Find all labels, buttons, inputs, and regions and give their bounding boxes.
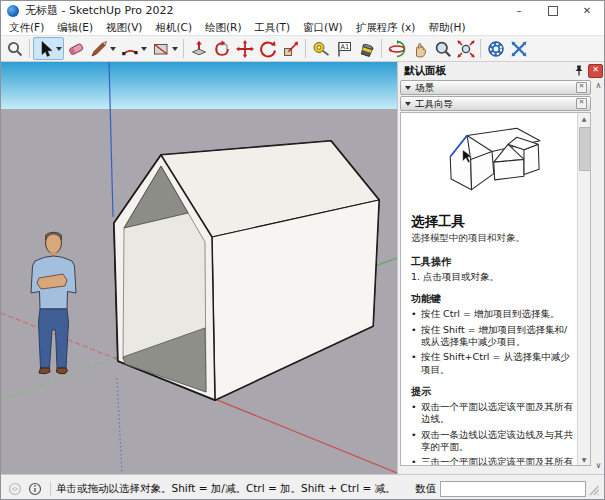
measurement-input[interactable] [440,481,586,497]
modifier-item: •按住 Ctrl = 增加项目到选择集。 [411,308,573,320]
pin-icon[interactable] [572,64,585,77]
menu-view[interactable]: 视图(V) [106,21,142,35]
move-tool[interactable] [233,37,256,60]
svg-text:A1: A1 [340,43,349,51]
pan-tool[interactable] [408,37,431,60]
tip-item: •双击一个平面以选定该平面及其所有边线。 [411,401,573,426]
modifier-item: •按住 Shift+Ctrl = 从选择集中减少项目。 [411,351,573,376]
zoom-tool[interactable] [431,37,454,60]
menubar: 文件(F) 编辑(E) 视图(V) 相机(C) 绘图(R) 工具(T) 窗口(W… [1,20,604,36]
menu-draw[interactable]: 绘图(R) [205,21,242,35]
triangle-icon [405,86,411,90]
tray-scroll-down-icon[interactable]: ∨ [596,461,602,470]
toolbar-separator [381,39,382,58]
tips-title: 提示 [411,385,573,399]
statusbar: 单击或拖动以选择对象。Shift = 加/减。Ctrl = 加。Shift + … [1,474,604,500]
measurement-label: 数值 [415,482,436,496]
menu-file[interactable]: 文件(F) [9,21,44,35]
select-tool[interactable] [33,37,64,60]
minimize-button[interactable]: – [502,1,536,20]
scale-tool[interactable] [279,37,302,60]
paint-bucket-tool[interactable] [355,37,378,60]
instructor-content: 选择工具 选择模型中的项目和对象。 工具操作 1. 点击项目或对象。 功能键 •… [401,113,577,465]
menu-edit[interactable]: 编辑(E) [57,21,93,35]
modifier-title: 功能键 [411,292,573,306]
tray-scroll-up-icon[interactable]: ∧ [596,81,602,90]
close-button[interactable]: ✕ [570,1,604,20]
resize-grip[interactable] [588,481,600,497]
eraser-tool[interactable] [64,37,87,60]
sketchup-logo-icon [7,5,19,17]
tray-header: 默认面板 ✕ [398,62,605,79]
tip-item: •三击一个平面以选定该平面及其所有相连的图元。 [411,456,573,465]
offset-tool[interactable] [210,37,233,60]
push-pull-tool[interactable] [187,37,210,60]
section-close-icon[interactable]: ✕ [576,98,587,109]
statusbar-separator [50,482,51,496]
search-tool[interactable] [3,37,26,60]
menu-window[interactable]: 窗口(W) [303,21,343,35]
orbit-tool[interactable] [385,37,408,60]
select-arrow-icon [36,40,54,58]
titlebar: 无标题 - SketchUp Pro 2022 – ✕ [1,1,604,20]
operation-title: 工具操作 [411,255,573,269]
scroll-up-icon[interactable]: ▲ [578,113,590,124]
default-tray: 默认面板 ✕ 场景 ✕ 工具向导 ✕ [397,62,605,474]
rectangle-tool[interactable] [149,37,180,60]
extension-button-1[interactable] [484,37,507,60]
chevron-down-icon [56,47,62,51]
info-icon[interactable] [28,482,42,496]
text-tool[interactable]: A1 [332,37,355,60]
tray-scroll-rail[interactable]: ∧ ∨ [592,79,605,474]
section-close-icon[interactable]: ✕ [576,82,587,93]
triangle-icon [405,102,411,106]
instructor-house-illustration [438,123,546,203]
line-tool[interactable] [87,37,118,60]
arc-tool[interactable] [118,37,149,60]
window-title: 无标题 - SketchUp Pro 2022 [25,3,502,18]
sky [1,62,397,109]
maximize-button[interactable] [536,1,570,20]
toolbar: A1 [1,36,604,62]
instructor-heading: 选择工具 [411,213,573,231]
toolbar-separator [29,39,30,58]
toolbar-separator [183,39,184,58]
chevron-down-icon [110,47,116,51]
section-scenes[interactable]: 场景 ✕ [400,80,591,95]
chevron-down-icon [141,47,147,51]
geolocation-icon[interactable] [8,482,22,496]
scroll-down-icon[interactable]: ▼ [578,454,590,465]
chevron-down-icon [172,47,178,51]
drawing-area[interactable] [1,62,397,474]
rotate-tool[interactable] [256,37,279,60]
instructor-scrollbar[interactable]: ▲ ▼ [577,113,590,465]
scrollbar-thumb[interactable] [579,127,591,171]
instructor-panel: 选择工具 选择模型中的项目和对象。 工具操作 1. 点击项目或对象。 功能键 •… [400,112,591,466]
tape-measure-tool[interactable] [309,37,332,60]
toolbar-separator [305,39,306,58]
sketchup-window: 无标题 - SketchUp Pro 2022 – ✕ 文件(F) 编辑(E) … [0,0,605,500]
menu-help[interactable]: 帮助(H) [428,21,465,35]
status-hint: 单击或拖动以选择对象。Shift = 加/减。Ctrl = 加。Shift + … [56,482,409,496]
scrollbar-track[interactable] [578,124,590,454]
zoom-extents-tool[interactable] [454,37,477,60]
extension-button-2[interactable] [507,37,530,60]
operation-step: 1. 点击项目或对象。 [411,271,573,283]
menu-extensions[interactable]: 扩展程序 (x) [356,21,416,35]
modifier-item: •按住 Shift = 增加项目到选择集和/或从选择集中减少项目。 [411,324,573,349]
tray-title: 默认面板 [404,64,572,78]
instructor-intro: 选择模型中的项目和对象。 [411,232,573,245]
tray-close-button[interactable]: ✕ [588,64,603,78]
tip-item: •双击一条边线以选定该边线及与其共享的平面。 [411,429,573,454]
menu-camera[interactable]: 相机(C) [155,21,192,35]
toolbar-separator [480,39,481,58]
section-instructor[interactable]: 工具向导 ✕ [400,96,591,111]
maximize-icon [548,6,558,16]
menu-tools[interactable]: 工具(T) [254,21,290,35]
